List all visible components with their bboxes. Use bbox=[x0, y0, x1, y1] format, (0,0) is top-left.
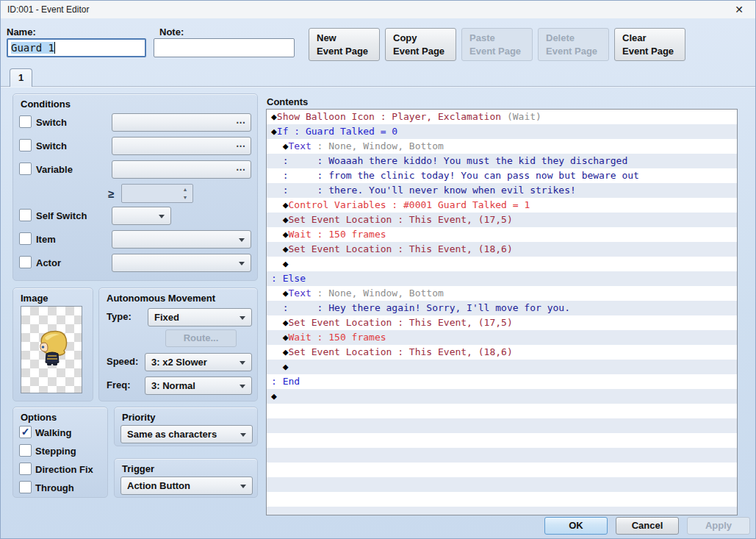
through-checkbox[interactable] bbox=[19, 481, 32, 493]
command-segment: ◆ bbox=[271, 317, 288, 328]
button-label: Clear bbox=[622, 32, 685, 45]
movement-freq-dropdown[interactable]: 3: Normal bbox=[145, 376, 252, 395]
ellipsis-icon: ⋯ bbox=[236, 117, 245, 128]
button-label: Paste bbox=[469, 32, 532, 45]
item-dropdown[interactable] bbox=[112, 230, 251, 249]
event-command-row[interactable]: ◆Wait : 150 frames bbox=[267, 330, 737, 345]
contents-list[interactable]: ◆Show Balloon Icon : Player, Exclamation… bbox=[266, 109, 738, 515]
command-segment: Wait : 150 frames bbox=[288, 229, 386, 240]
delete-event-page-button: Delete Event Page bbox=[538, 28, 609, 61]
close-icon[interactable]: ✕ bbox=[729, 2, 749, 17]
event-command-row[interactable]: ◆If : Guard Talked = 0 bbox=[267, 124, 737, 139]
direction-fix-label: Direction Fix bbox=[35, 464, 93, 475]
walking-checkbox[interactable]: ✓ bbox=[19, 426, 32, 438]
switch1-checkbox[interactable] bbox=[19, 115, 32, 128]
movement-speed-dropdown[interactable]: 3: x2 Slower bbox=[145, 353, 252, 371]
priority-dropdown[interactable]: Same as characters bbox=[120, 425, 253, 443]
event-command-row[interactable]: ◆Set Event Location : This Event, (17,5) bbox=[267, 213, 737, 227]
event-command-row[interactable]: ◆Control Variables : #0001 Guard Talked … bbox=[267, 198, 737, 213]
note-input[interactable] bbox=[154, 38, 295, 57]
new-event-page-button[interactable]: New Event Page bbox=[309, 28, 380, 61]
apply-button: Apply bbox=[687, 517, 750, 535]
window-title: ID:001 - Event Editor bbox=[7, 4, 89, 15]
spin-down-icon[interactable]: ▼ bbox=[179, 193, 191, 201]
event-command-row[interactable]: : End bbox=[267, 374, 737, 389]
button-label: Event Page bbox=[546, 45, 608, 58]
options-panel: Options ✓ Walking Stepping Direction Fix… bbox=[12, 407, 108, 498]
check-icon: ✓ bbox=[21, 426, 30, 438]
empty-command-row[interactable] bbox=[267, 507, 737, 515]
event-command-row[interactable]: ◆Text : None, Window, Bottom bbox=[267, 139, 737, 154]
movement-type-dropdown[interactable]: Fixed bbox=[148, 308, 252, 326]
titlebar: ID:001 - Event Editor ✕ bbox=[1, 1, 755, 18]
item-checkbox[interactable] bbox=[19, 232, 32, 245]
name-label: Name: bbox=[7, 26, 36, 38]
spinner-arrows-icon[interactable]: ▲ ▼ bbox=[179, 185, 191, 201]
empty-command-row[interactable] bbox=[267, 418, 737, 433]
tab-page-1[interactable]: 1 bbox=[10, 68, 32, 87]
switch1-picker-button[interactable]: ⋯ bbox=[112, 113, 251, 132]
cancel-button[interactable]: Cancel bbox=[616, 517, 679, 535]
command-segment: : Else bbox=[271, 273, 306, 284]
empty-command-row[interactable] bbox=[267, 404, 737, 418]
ellipsis-icon: ⋯ bbox=[236, 140, 245, 151]
dialog-body: Name: Guard 1 Note: New Event Page Copy … bbox=[1, 18, 755, 538]
event-command-row[interactable]: ◆Show Balloon Icon : Player, Exclamation… bbox=[267, 110, 737, 124]
switch2-picker-button[interactable]: ⋯ bbox=[112, 137, 251, 155]
event-command-row[interactable]: ◆ bbox=[267, 360, 737, 374]
button-label: New bbox=[317, 32, 379, 45]
trigger-dropdown[interactable]: Action Button bbox=[120, 476, 253, 495]
variable-value-spinner[interactable]: ▲ ▼ bbox=[121, 184, 193, 203]
actor-dropdown[interactable] bbox=[112, 254, 251, 272]
command-segment: ◆ bbox=[271, 126, 277, 137]
stepping-checkbox[interactable] bbox=[19, 444, 32, 457]
event-command-row[interactable]: : : Hey there again! Sorry, I'll move fo… bbox=[267, 301, 737, 315]
switch2-checkbox[interactable] bbox=[19, 139, 32, 151]
variable-picker-button[interactable]: ⋯ bbox=[112, 160, 251, 179]
command-segment: : None, Window, Bottom bbox=[312, 140, 444, 151]
empty-command-row[interactable] bbox=[267, 433, 737, 448]
event-command-row[interactable]: ◆Set Event Location : This Event, (18,6) bbox=[267, 345, 737, 360]
command-segment: ◆ bbox=[271, 199, 288, 210]
event-command-row[interactable]: ◆Wait : 150 frames bbox=[267, 227, 737, 242]
event-command-row[interactable]: ◆Set Event Location : This Event, (18,6) bbox=[267, 242, 737, 257]
event-command-row[interactable]: : : from the clinic today! You can pass … bbox=[267, 168, 737, 183]
through-label: Through bbox=[35, 482, 74, 493]
empty-command-row[interactable] bbox=[267, 477, 737, 492]
empty-command-row[interactable] bbox=[267, 463, 737, 477]
name-input[interactable]: Guard 1 bbox=[7, 38, 146, 57]
event-command-row[interactable]: : : Woaaah there kiddo! You must the kid… bbox=[267, 154, 737, 168]
button-label: Event Page bbox=[469, 45, 532, 58]
paste-event-page-button: Paste Event Page bbox=[461, 28, 533, 61]
clear-event-page-button[interactable]: Clear Event Page bbox=[614, 28, 685, 61]
event-command-row[interactable]: ◆Set Event Location : This Event, (17,5) bbox=[267, 315, 737, 330]
ok-button[interactable]: OK bbox=[544, 517, 608, 535]
event-command-row[interactable]: ◆Text : None, Window, Bottom bbox=[267, 286, 737, 301]
command-segment: Show Balloon Icon : Player, Exclamation bbox=[277, 111, 501, 122]
command-segment: ◆ bbox=[271, 332, 288, 343]
name-input-selected-text: Guard 1 bbox=[11, 42, 54, 54]
event-command-row[interactable]: : : there. You'll never know when evil s… bbox=[267, 183, 737, 198]
empty-command-row[interactable] bbox=[267, 448, 737, 463]
self-switch-dropdown[interactable] bbox=[112, 207, 171, 225]
button-label: Event Page bbox=[393, 45, 456, 58]
copy-event-page-button[interactable]: Copy Event Page bbox=[385, 28, 456, 61]
command-segment: ◆ bbox=[271, 361, 288, 372]
event-command-row[interactable]: ◆ bbox=[267, 257, 737, 271]
command-segment: : : Hey there again! Sorry, I'll move fo… bbox=[271, 302, 570, 313]
dropdown-value: Action Button bbox=[127, 480, 190, 491]
character-image-picker[interactable] bbox=[21, 306, 82, 393]
switch2-label: Switch bbox=[36, 140, 67, 151]
variable-checkbox[interactable] bbox=[19, 163, 32, 175]
spin-up-icon[interactable]: ▲ bbox=[179, 185, 191, 193]
command-segment: ◆ bbox=[271, 140, 288, 151]
event-command-row[interactable]: ◆ bbox=[267, 389, 737, 404]
empty-command-row[interactable] bbox=[267, 492, 737, 507]
actor-checkbox[interactable] bbox=[19, 256, 32, 268]
self-switch-checkbox[interactable] bbox=[19, 209, 32, 221]
event-command-row[interactable]: : Else bbox=[267, 271, 737, 286]
trigger-title: Trigger bbox=[122, 463, 154, 474]
command-segment: ◆ bbox=[271, 229, 288, 240]
direction-fix-checkbox[interactable] bbox=[19, 463, 32, 475]
image-title: Image bbox=[21, 293, 48, 304]
